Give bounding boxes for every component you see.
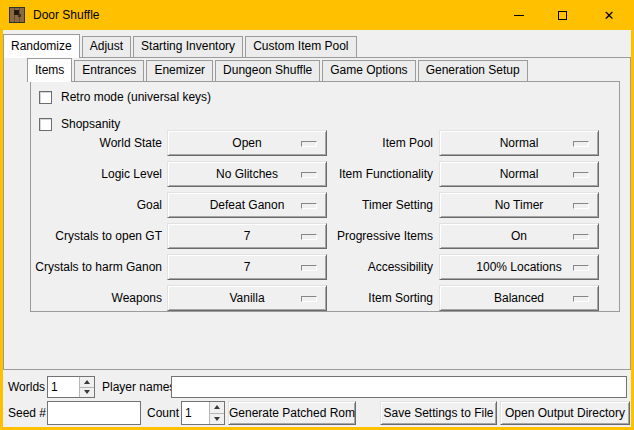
- item-functionality-label: Item Functionality: [333, 161, 433, 187]
- crystals-gt-dropdown[interactable]: 7: [167, 223, 327, 249]
- dropdown-indicator-icon: [301, 265, 317, 271]
- dropdown-value: On: [511, 229, 527, 243]
- world-state-dropdown[interactable]: Open: [167, 130, 327, 156]
- dropdown-indicator-icon: [573, 203, 589, 209]
- dropdown-value: No Timer: [495, 198, 544, 212]
- tab-enemizer[interactable]: Enemizer: [146, 60, 213, 81]
- dropdown-indicator-icon: [573, 172, 589, 178]
- item-pool-dropdown[interactable]: Normal: [439, 130, 599, 156]
- dropdown-value: 7: [244, 229, 251, 243]
- weapons-label: Weapons: [31, 285, 162, 311]
- down-arrow-icon: [84, 390, 90, 394]
- worlds-input[interactable]: [48, 377, 79, 397]
- shopsanity-checkbox[interactable]: [39, 118, 52, 131]
- tab-dungeon-shuffle[interactable]: Dungeon Shuffle: [215, 60, 320, 81]
- count-spin-down-button[interactable]: [210, 414, 224, 425]
- client-area: Randomize Adjust Starting Inventory Cust…: [3, 30, 631, 427]
- tab-custom-item-pool[interactable]: Custom Item Pool: [245, 36, 356, 57]
- accessibility-dropdown[interactable]: 100% Locations: [439, 254, 599, 280]
- worlds-spin-down-button[interactable]: [80, 388, 94, 398]
- dropdown-value: Balanced: [494, 291, 544, 305]
- generate-patched-rom-button[interactable]: Generate Patched Rom: [228, 401, 356, 425]
- crystals-ganon-dropdown[interactable]: 7: [167, 254, 327, 280]
- shopsanity-checkbox-row: Shopsanity: [39, 117, 120, 131]
- seed-label: Seed #: [8, 402, 46, 424]
- up-arrow-icon: [214, 405, 220, 409]
- maximize-icon: [558, 11, 567, 20]
- dropdown-indicator-icon: [573, 296, 589, 302]
- tab-randomize[interactable]: Randomize: [3, 34, 80, 58]
- dropdown-indicator-icon: [573, 265, 589, 271]
- down-arrow-icon: [214, 417, 220, 421]
- worlds-spinner: [47, 376, 95, 398]
- progressive-items-dropdown[interactable]: On: [439, 223, 599, 249]
- count-input[interactable]: [182, 402, 209, 424]
- dropdown-indicator-icon: [301, 203, 317, 209]
- shopsanity-label: Shopsanity: [61, 117, 120, 131]
- progressive-items-label: Progressive Items: [333, 223, 433, 249]
- main-tab-bar: Randomize Adjust Starting Inventory Cust…: [3, 34, 359, 57]
- timer-setting-dropdown[interactable]: No Timer: [439, 192, 599, 218]
- goal-label: Goal: [31, 192, 162, 218]
- minimize-button[interactable]: [502, 0, 536, 30]
- count-label: Count: [147, 402, 179, 424]
- goal-dropdown[interactable]: Defeat Ganon: [167, 192, 327, 218]
- dropdown-value: Normal: [500, 136, 539, 150]
- dropdown-value: 100% Locations: [476, 260, 561, 274]
- dropdown-value: Open: [232, 136, 261, 150]
- up-arrow-icon: [84, 380, 90, 384]
- worlds-label: Worlds: [8, 376, 45, 398]
- crystals-gt-label: Crystals to open GT: [31, 223, 162, 249]
- dropdown-indicator-icon: [301, 172, 317, 178]
- dropdown-indicator-icon: [301, 296, 317, 302]
- items-page: Retro mode (universal keys) Shopsanity W…: [30, 81, 620, 312]
- tab-generation-setup[interactable]: Generation Setup: [418, 60, 528, 81]
- dropdown-indicator-icon: [573, 141, 589, 147]
- timer-setting-label: Timer Setting: [333, 192, 433, 218]
- tab-entrances[interactable]: Entrances: [74, 60, 144, 81]
- retro-mode-checkbox-row: Retro mode (universal keys): [39, 90, 211, 104]
- open-output-directory-button[interactable]: Open Output Directory: [500, 401, 630, 425]
- window-title: Door Shuffle: [33, 0, 100, 30]
- player-names-label: Player names: [102, 376, 175, 398]
- retro-mode-checkbox[interactable]: [39, 91, 52, 104]
- maximize-button[interactable]: [545, 0, 579, 30]
- item-sorting-dropdown[interactable]: Balanced: [439, 285, 599, 311]
- logic-level-dropdown[interactable]: No Glitches: [167, 161, 327, 187]
- seed-input[interactable]: [47, 401, 141, 425]
- title-bar[interactable]: Door Shuffle ✕: [0, 0, 634, 30]
- save-settings-button[interactable]: Save Settings to File: [380, 401, 497, 425]
- dropdown-value: Normal: [500, 167, 539, 181]
- dropdown-value: No Glitches: [216, 167, 278, 181]
- sub-tab-bar: Items Entrances Enemizer Dungeon Shuffle…: [27, 58, 530, 81]
- item-functionality-dropdown[interactable]: Normal: [439, 161, 599, 187]
- accessibility-label: Accessibility: [333, 254, 433, 280]
- world-state-label: World State: [31, 130, 162, 156]
- close-icon: ✕: [604, 9, 615, 22]
- minimize-icon: [514, 15, 524, 16]
- tab-game-options[interactable]: Game Options: [322, 60, 415, 81]
- dropdown-value: Vanilla: [229, 291, 264, 305]
- tab-starting-inventory[interactable]: Starting Inventory: [133, 36, 243, 57]
- count-spinner: [181, 401, 225, 425]
- logic-level-label: Logic Level: [31, 161, 162, 187]
- worlds-spin-up-button[interactable]: [80, 377, 94, 388]
- dropdown-value: Defeat Ganon: [210, 198, 285, 212]
- close-button[interactable]: ✕: [592, 0, 626, 30]
- item-pool-label: Item Pool: [333, 130, 433, 156]
- dropdown-value: 7: [244, 260, 251, 274]
- count-spin-up-button[interactable]: [210, 402, 224, 414]
- tab-adjust[interactable]: Adjust: [82, 36, 131, 57]
- weapons-dropdown[interactable]: Vanilla: [167, 285, 327, 311]
- dropdown-indicator-icon: [301, 141, 317, 147]
- app-window: Door Shuffle ✕ Randomize Adjust Starting…: [0, 0, 634, 430]
- dropdown-indicator-icon: [573, 234, 589, 240]
- player-names-input[interactable]: [171, 376, 627, 398]
- item-sorting-label: Item Sorting: [333, 285, 433, 311]
- tab-items[interactable]: Items: [27, 58, 72, 82]
- dropdown-indicator-icon: [301, 234, 317, 240]
- retro-mode-label: Retro mode (universal keys): [61, 90, 211, 104]
- app-door-icon: [9, 7, 25, 23]
- crystals-ganon-label: Crystals to harm Ganon: [31, 254, 162, 280]
